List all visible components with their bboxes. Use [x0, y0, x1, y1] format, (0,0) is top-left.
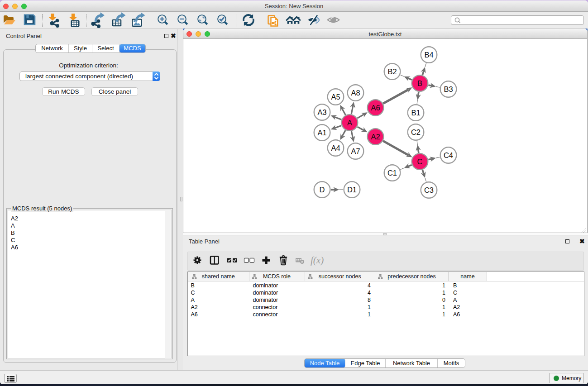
- svg-text:B1: B1: [411, 109, 420, 117]
- svg-text:C1: C1: [387, 169, 397, 177]
- svg-text:C: C: [417, 157, 423, 166]
- svg-text:A: A: [347, 119, 352, 127]
- svg-text:C3: C3: [424, 186, 434, 194]
- svg-text:B3: B3: [444, 85, 453, 93]
- svg-text:A7: A7: [351, 147, 360, 155]
- svg-text:D1: D1: [347, 186, 357, 194]
- svg-text:C2: C2: [411, 128, 421, 136]
- svg-text:A4: A4: [331, 144, 340, 152]
- svg-text:B: B: [417, 79, 422, 87]
- svg-text:A1: A1: [317, 129, 326, 137]
- svg-text:A6: A6: [371, 104, 380, 112]
- svg-text:A3: A3: [317, 108, 326, 116]
- svg-text:B2: B2: [387, 67, 397, 76]
- svg-text:C4: C4: [444, 151, 453, 159]
- svg-text:D: D: [320, 186, 325, 194]
- svg-text:A8: A8: [351, 89, 360, 97]
- svg-text:A2: A2: [371, 133, 380, 141]
- svg-text:A5: A5: [331, 93, 340, 101]
- svg-text:f(x): f(x): [311, 255, 324, 266]
- svg-text:B4: B4: [424, 51, 433, 59]
